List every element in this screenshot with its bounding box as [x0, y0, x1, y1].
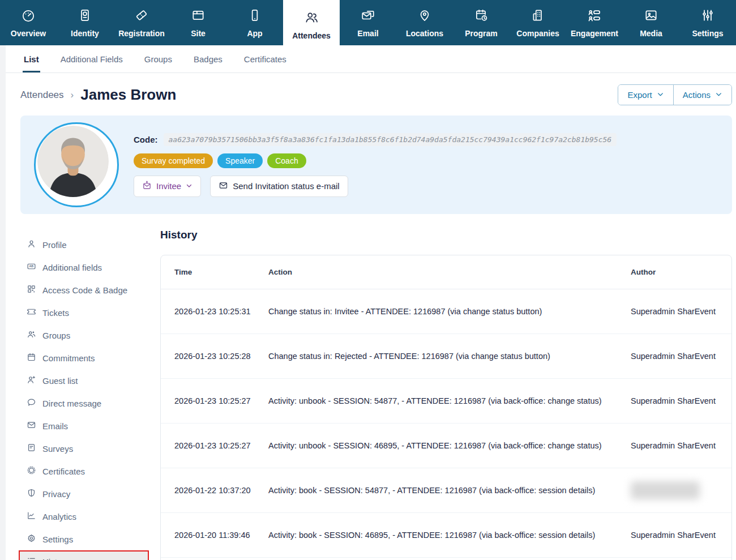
nav-item-identity[interactable]: Identity [57, 0, 113, 45]
sidebar-item-surveys[interactable]: Surveys [19, 437, 149, 460]
tab-list[interactable]: List [23, 45, 40, 72]
mail-in-icon [142, 181, 152, 192]
export-button[interactable]: Export [618, 85, 673, 105]
sidebar-item-label: Surveys [42, 444, 73, 454]
table-row: 2026-01-20 11:39:46 Activity: book - SES… [161, 513, 731, 558]
nav-label: Program [465, 29, 498, 38]
envelope-icon [219, 181, 228, 192]
nav-item-program[interactable]: Program [453, 0, 510, 45]
nav-label: App [247, 29, 262, 38]
sidebar-item-analytics[interactable]: Analytics [19, 505, 149, 528]
nav-label: Overview [11, 29, 46, 38]
table-row: 2026-01-23 10:25:27 Activity: unbook - S… [161, 424, 731, 468]
attendee-summary-card: Code: aa623a7079b3571506bb3a3f5f8a3a836f… [20, 116, 732, 214]
badges-row: Survay completed Speaker Coach [134, 153, 617, 168]
cell-author: Superadmin SharEvent [631, 441, 718, 450]
column-header-action: Action [268, 268, 631, 276]
column-header-time: Time [174, 268, 268, 276]
breadcrumb-attendees-link[interactable]: Attendees [20, 89, 64, 101]
attendees-subtabs: List Additional Fields Groups Badges Cer… [6, 45, 736, 73]
actions-button[interactable]: Actions [673, 85, 731, 105]
sidebar-item-label: Privacy [42, 489, 70, 499]
top-navigation: Overview Identity Registration Site App … [0, 0, 736, 45]
calendar-icon [27, 352, 36, 364]
sidebar-item-certificates[interactable]: Certificates [19, 460, 149, 482]
sidebar-item-history[interactable]: History [19, 550, 149, 560]
tab-badges[interactable]: Badges [192, 45, 224, 72]
sidebar-item-additional-fields[interactable]: AB Additional fields [19, 256, 149, 279]
image-icon [644, 8, 658, 25]
sidebar-item-label: Access Code & Badge [42, 285, 127, 295]
cell-author: Superadmin SharEvent [631, 307, 718, 316]
nav-item-settings[interactable]: Settings [679, 0, 736, 45]
browser-icon [191, 8, 206, 25]
cell-action: Activity: book - SESSION: 46895, - ATTEN… [268, 531, 631, 540]
envelopes-icon [361, 8, 375, 25]
send-invitation-status-email-label: Send Invitation status e-mail [233, 181, 339, 191]
passport-icon [78, 8, 92, 25]
status-badge-survey-completed: Survay completed [134, 153, 213, 168]
survey-icon [27, 443, 36, 454]
shield-icon [27, 488, 36, 499]
tab-groups[interactable]: Groups [143, 45, 173, 72]
nav-label: Locations [406, 29, 443, 38]
sidebar-item-groups[interactable]: Groups [19, 324, 149, 347]
cell-author: Superadmin SharEvent [631, 352, 718, 361]
building-icon [530, 8, 545, 25]
chat-bubble-icon [27, 397, 36, 409]
nav-item-app[interactable]: App [226, 0, 283, 45]
person-icon [27, 239, 36, 250]
sidebar-item-access-code-badge[interactable]: Access Code & Badge [19, 279, 149, 301]
sidebar-item-emails[interactable]: Emails [19, 414, 149, 437]
cell-action: Change status in: Invitee - ATTENDEE: 12… [268, 307, 631, 316]
nav-label: Attendees [292, 31, 331, 40]
tab-additional-fields[interactable]: Additional Fields [59, 45, 124, 72]
ticket-icon [27, 307, 36, 318]
sidebar-item-label: Emails [42, 421, 68, 431]
status-badge-speaker: Speaker [217, 153, 263, 168]
sidebar-item-direct-message[interactable]: Direct message [19, 392, 149, 414]
send-invitation-status-email-button[interactable]: Send Invitation status e-mail [210, 176, 348, 197]
sidebar-item-privacy[interactable]: Privacy [19, 482, 149, 505]
sidebar-item-label: Additional fields [42, 263, 102, 272]
invitee-status-dropdown[interactable]: Invitee [134, 176, 201, 197]
nav-label: Media [640, 29, 662, 38]
cell-time: 2026-01-23 10:25:27 [174, 396, 268, 405]
sidebar-item-commitments[interactable]: Commitments [19, 347, 149, 369]
nav-item-locations[interactable]: Locations [396, 0, 453, 45]
chevron-down-icon [715, 90, 722, 100]
section-title: History [160, 229, 732, 241]
cell-author: Superadmin SharEvent [631, 396, 718, 405]
sidebar-item-label: Profile [42, 240, 67, 250]
cell-time: 2026-01-20 11:39:46 [174, 531, 268, 540]
nav-label: Registration [118, 29, 165, 38]
sidebar-item-label: Certificates [42, 467, 85, 476]
nav-item-media[interactable]: Media [623, 0, 679, 45]
person-plus-icon [27, 375, 36, 386]
actions-button-label: Actions [683, 90, 711, 100]
cell-action: Activity: unbook - SESSION: 46895, - ATT… [268, 441, 631, 450]
people-icon [304, 10, 319, 27]
sidebar-item-guest-list[interactable]: Guest list [19, 369, 149, 392]
history-table: Time Action Author 2026-01-23 10:25:31 C… [160, 255, 732, 560]
page-left-gutter [0, 45, 6, 560]
map-pin-icon [417, 8, 432, 25]
breadcrumb: Attendees › James Brown [20, 86, 176, 104]
avatar [34, 122, 119, 207]
nav-item-overview[interactable]: Overview [0, 0, 57, 45]
person-list-icon [587, 8, 602, 25]
nav-item-engagement[interactable]: Engagement [566, 0, 623, 45]
column-header-author: Author [631, 268, 718, 276]
sidebar-item-profile[interactable]: Profile [19, 233, 149, 256]
people-icon [27, 330, 36, 341]
nav-item-email[interactable]: Email [340, 0, 396, 45]
nav-item-registration[interactable]: Registration [113, 0, 170, 45]
sidebar-item-tickets[interactable]: Tickets [19, 301, 149, 324]
tab-certificates[interactable]: Certificates [243, 45, 288, 72]
nav-item-companies[interactable]: Companies [510, 0, 566, 45]
svg-text:AB: AB [29, 264, 33, 268]
envelope-icon [27, 420, 36, 431]
sidebar-item-settings[interactable]: Settings [19, 528, 149, 550]
nav-item-site[interactable]: Site [170, 0, 226, 45]
nav-item-attendees[interactable]: Attendees [283, 0, 340, 50]
